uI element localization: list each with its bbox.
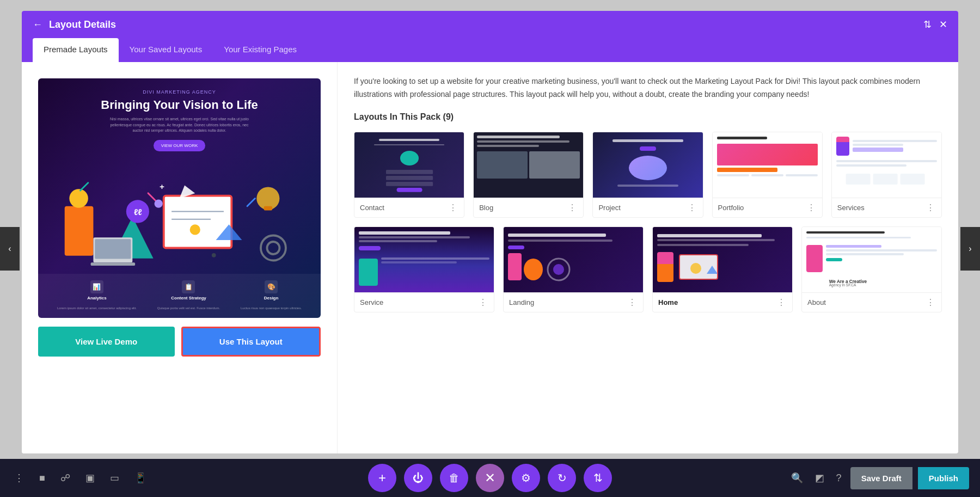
hero-title: Bringing Your Vision to Life	[101, 98, 258, 112]
close-builder-button[interactable]: ✕	[476, 464, 504, 492]
layout-dots-about[interactable]: ⋮	[926, 297, 936, 308]
agency-label: DIVI MARKETING AGENCY	[101, 89, 258, 95]
svg-rect-28	[846, 174, 870, 185]
action-buttons: View Live Demo Use This Layout	[38, 327, 321, 357]
layout-dots-home[interactable]: ⋮	[777, 297, 787, 308]
layout-dots-contact[interactable]: ⋮	[449, 203, 458, 213]
more-options-button[interactable]: ⋮	[11, 469, 27, 487]
svg-point-32	[553, 264, 564, 275]
layout-name-landing: Landing	[509, 298, 534, 306]
layouts-grid-row2: Service ⋮	[354, 226, 942, 312]
layout-card-footer-project: Project ⋮	[593, 198, 702, 217]
layout-thumb-landing	[504, 227, 643, 292]
layout-card-footer-portfolio: Portfolio ⋮	[713, 198, 822, 217]
svg-rect-24	[385, 170, 432, 174]
save-draft-button[interactable]: Save Draft	[850, 467, 912, 489]
back-button[interactable]: ←	[33, 19, 42, 30]
layout-name-portfolio: Portfolio	[718, 204, 744, 212]
close-icon[interactable]: ✕	[939, 19, 947, 30]
publish-button[interactable]: Publish	[918, 467, 969, 489]
view-live-demo-button[interactable]: View Live Demo	[38, 327, 175, 357]
layout-name-about: About	[807, 298, 826, 306]
tab-existing-pages[interactable]: Your Existing Pages	[213, 38, 308, 62]
layout-thumb-portfolio	[713, 132, 822, 198]
sort-button[interactable]: ⇅	[584, 464, 612, 492]
svg-point-15	[261, 235, 286, 260]
grid-view-button[interactable]: ■	[36, 469, 48, 487]
prev-arrow[interactable]: ‹	[0, 227, 20, 271]
svg-rect-30	[900, 174, 924, 185]
svg-rect-5	[91, 262, 135, 266]
layout-card-service[interactable]: Service ⋮	[354, 226, 494, 312]
svg-rect-25	[385, 175, 432, 180]
layout-card-footer-services: Services ⋮	[832, 198, 941, 217]
layout-dots-service[interactable]: ⋮	[479, 297, 488, 308]
modal-body: DIVI MARKETING AGENCY Bringing Your Visi…	[22, 62, 958, 453]
use-this-layout-button[interactable]: Use This Layout	[181, 327, 321, 357]
layout-card-portfolio[interactable]: Portfolio ⋮	[712, 132, 823, 218]
svg-text:ℓℓ: ℓℓ	[134, 207, 142, 217]
add-module-button[interactable]: +	[368, 464, 396, 492]
right-panel: If you're looking to set up a website fo…	[338, 62, 958, 453]
search-button-toolbar[interactable]: ☍	[57, 469, 74, 487]
preview-cta-button[interactable]: VIEW OUR WORK	[154, 140, 206, 151]
layout-thumb-blog	[474, 132, 583, 198]
preview-hero: DIVI MARKETING AGENCY Bringing Your Visi…	[101, 89, 258, 151]
pack-description: If you're looking to set up a website fo…	[354, 75, 942, 101]
layout-dots-project[interactable]: ⋮	[688, 203, 697, 213]
layout-card-contact[interactable]: Contact ⋮	[354, 132, 464, 218]
tab-saved-layouts[interactable]: Your Saved Layouts	[119, 38, 213, 62]
layout-card-blog[interactable]: Blog ⋮	[473, 132, 584, 218]
svg-line-19	[247, 198, 255, 206]
desktop-view-button[interactable]: ▣	[82, 469, 98, 487]
feature-analytics: 📊 Analytics Lorem ipsum dolor sit amet, …	[57, 280, 137, 311]
prev-arrow-icon: ‹	[8, 244, 11, 254]
layout-card-landing[interactable]: Landing ⋮	[503, 226, 644, 312]
svg-point-34	[690, 263, 701, 274]
delete-button[interactable]: 🗑	[440, 464, 468, 492]
layout-card-services[interactable]: Services ⋮	[831, 132, 942, 218]
layout-thumb-services	[832, 132, 941, 198]
layout-thumb-project	[593, 132, 702, 198]
svg-text:+: +	[160, 182, 164, 191]
help-icon[interactable]: ?	[833, 469, 845, 487]
toolbar-right: 🔍 ◩ ? Save Draft Publish	[788, 467, 969, 489]
layout-card-project[interactable]: Project ⋮	[592, 132, 703, 218]
history-button[interactable]: ↻	[548, 464, 576, 492]
layout-dots-blog[interactable]: ⋮	[568, 203, 578, 213]
mobile-view-button[interactable]: 📱	[131, 469, 150, 487]
search-icon-right[interactable]: 🔍	[788, 469, 806, 487]
feature-content: 📋 Content Strategy Quisque porta velit v…	[157, 280, 220, 311]
sort-icon[interactable]: ⇅	[923, 19, 932, 30]
svg-rect-4	[95, 239, 131, 259]
svg-line-18	[148, 193, 156, 201]
layout-details-modal: ← Layout Details ⇅ ✕ Premade Layouts You…	[22, 11, 958, 453]
layout-card-footer-blog: Blog ⋮	[474, 198, 583, 217]
tab-premade-layouts[interactable]: Premade Layouts	[33, 38, 119, 62]
portability-icon[interactable]: ◩	[812, 469, 828, 487]
layout-dots-services[interactable]: ⋮	[926, 203, 936, 213]
layout-card-footer-contact: Contact ⋮	[354, 198, 464, 217]
layout-name-home: Home	[658, 298, 678, 306]
layouts-grid-row1: Contact ⋮	[354, 132, 942, 218]
svg-point-16	[267, 242, 279, 254]
power-button[interactable]: ⏻	[404, 464, 432, 492]
layout-name-contact: Contact	[360, 204, 384, 212]
layout-thumb-home	[653, 227, 792, 292]
layout-dots-portfolio[interactable]: ⋮	[807, 203, 817, 213]
svg-rect-26	[385, 181, 432, 186]
svg-line-20	[80, 183, 88, 191]
svg-point-2	[69, 189, 88, 207]
layout-card-footer-about: About ⋮	[802, 292, 941, 312]
layout-dots-landing[interactable]: ⋮	[628, 297, 638, 308]
layout-card-home[interactable]: Home ⋮	[652, 226, 793, 312]
layout-card-about[interactable]: We Are a Creative Agency In SF.CA About …	[801, 226, 942, 312]
layout-thumb-contact	[354, 132, 464, 198]
hero-desc: Nisi massa, ultrices vitae ornare sit am…	[108, 116, 250, 134]
tablet-view-button[interactable]: ▭	[107, 469, 122, 487]
next-arrow[interactable]: ›	[960, 227, 980, 271]
svg-point-23	[212, 253, 216, 257]
bottom-toolbar: ⋮ ■ ☍ ▣ ▭ 📱 + ⏻ 🗑 ✕ ⚙ ↻ ⇅ 🔍 ◩ ? Save Dra…	[0, 459, 980, 497]
settings-button[interactable]: ⚙	[512, 464, 540, 492]
pack-layouts-title: Layouts In This Pack (9)	[354, 112, 942, 122]
